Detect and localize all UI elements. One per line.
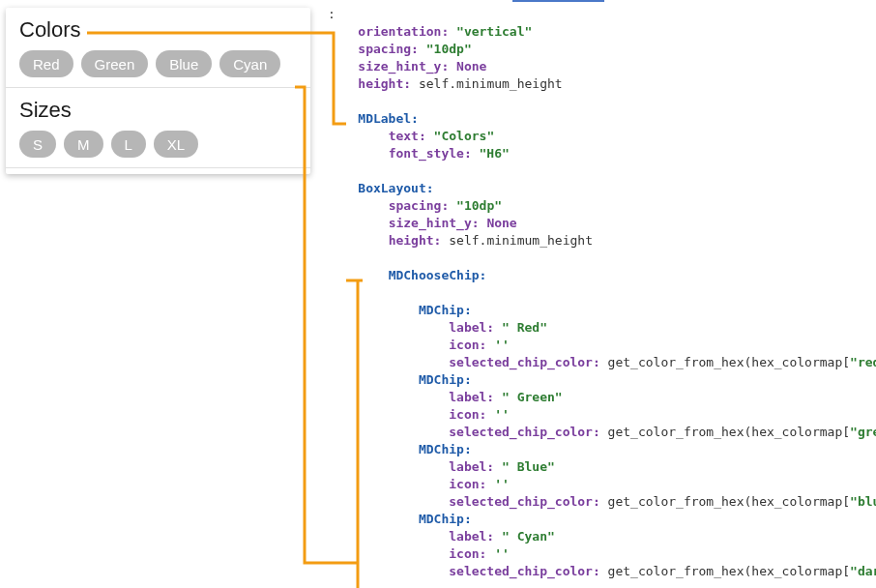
divider <box>6 167 310 168</box>
chip-blue[interactable]: Blue <box>156 50 212 77</box>
chip-cyan[interactable]: Cyan <box>219 50 280 77</box>
colors-title: Colors <box>6 8 310 50</box>
preview-card: Colors Red Green Blue Cyan Sizes S M L X… <box>6 8 310 174</box>
sizes-title: Sizes <box>6 88 310 131</box>
chip-red[interactable]: Red <box>19 50 73 77</box>
chip-m[interactable]: M <box>64 131 103 158</box>
chip-l[interactable]: L <box>111 131 146 158</box>
code-pane: : orientation: "vertical" spacing: "10dp… <box>316 0 876 588</box>
code-block: : orientation: "vertical" spacing: "10dp… <box>328 6 876 580</box>
sizes-chip-row: S M L XL <box>6 131 310 167</box>
preview-pane: Colors Red Green Blue Cyan Sizes S M L X… <box>0 0 316 588</box>
colors-chip-row: Red Green Blue Cyan <box>6 50 310 87</box>
chip-xl[interactable]: XL <box>154 131 198 158</box>
chip-s[interactable]: S <box>19 131 56 158</box>
chip-green[interactable]: Green <box>81 50 149 77</box>
